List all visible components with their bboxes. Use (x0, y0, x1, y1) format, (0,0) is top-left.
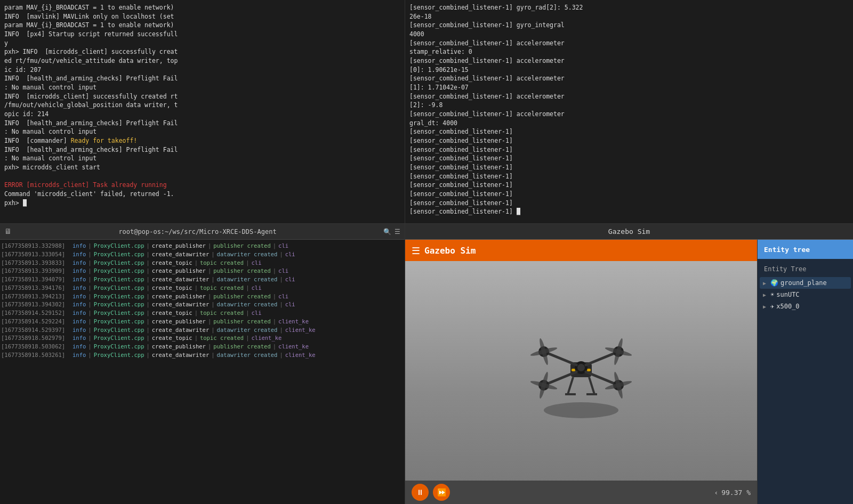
svg-point-5 (577, 364, 585, 371)
entity-label-ground-plane: ground_plane (780, 279, 827, 287)
tl-line-12: /fmu/out/vehicle_global_position data wr… (4, 101, 400, 110)
tl-line-11: INFO [microdds_client] successfully crea… (4, 92, 400, 101)
terminal-bottomleft: 🖥 root@pop-os:~/ws/src/Micro-XRCE-DDS-Ag… (0, 224, 405, 504)
tr-line-15: [sensor_combined_listener-1] (409, 127, 849, 136)
tr-line-19: [sensor_combined_listener-1] (409, 163, 849, 172)
tl-line-7: ed rt/fmu/out/vehicle_attitude data writ… (4, 56, 400, 66)
log-row-7: [1677358913.394213] info | ProxyClient.c… (0, 292, 405, 301)
tl-line-3: param MAV_{i}_BROADCAST = 1 to enable ne… (4, 21, 400, 30)
log-row-8: [1677358913.394302] info | ProxyClient.c… (0, 300, 405, 309)
tr-line-17: [sensor_combined_listener-1] (409, 145, 849, 155)
fast-forward-button[interactable]: ⏩ (433, 484, 450, 501)
log-row-2: [1677358913.333054] info | ProxyClient.c… (0, 250, 405, 259)
drone-icon: ✈ (770, 303, 774, 310)
search-icon[interactable]: 🔍 (383, 227, 391, 237)
tr-line-11: [sensor_combined_listener-1] acceleromet… (409, 92, 849, 101)
tl-line-22: Command 'microdds_client' failed, return… (4, 190, 400, 199)
svg-point-0 (544, 402, 618, 418)
tl-line-21: ERROR [microdds_client] Task already run… (4, 181, 400, 190)
terminal-path: root@pop-os:~/ws/src/Micro-XRCE-DDS-Agen… (118, 227, 276, 237)
gazebo-bottom-bar: ⏸ ⏩ ‹ 99.37 % (405, 481, 757, 504)
entity-tree-title: Entity tree (764, 246, 810, 254)
ground-plane-icon: 🌍 (770, 279, 778, 287)
tr-line-14: gral_dt: 4000 (409, 119, 849, 128)
tr-line-2: 26e-18 (409, 12, 849, 21)
tl-line-5: y (4, 39, 400, 48)
svg-line-23 (589, 377, 594, 394)
gazebo-scene[interactable] (405, 261, 757, 481)
entity-tree-label: Entity Tree (760, 263, 851, 277)
tr-line-13: [sensor_combined_listener-1] acceleromet… (409, 110, 849, 119)
tr-line-21: [sensor_combined_listener-1] (409, 181, 849, 190)
log-row-6: [1677358913.394176] info | ProxyClient.c… (0, 284, 405, 292)
log-row-14: [1677358918.503261] info | ProxyClient.c… (0, 351, 405, 360)
gazebo-toolbar: ☰ Gazebo Sim (405, 240, 757, 261)
log-row-10: [1677358914.529224] info | ProxyClient.c… (0, 318, 405, 326)
entity-arrow-icon-sun: ▶ (763, 292, 768, 298)
tl-line-9: INFO [health_and_arming_checks] Prefligh… (4, 74, 400, 83)
pause-button[interactable]: ⏸ (412, 484, 429, 501)
gazebo-controls: ⏸ ⏩ (412, 484, 450, 501)
tl-line-8: ic id: 207 (4, 66, 400, 75)
entity-tree-panel: Entity tree Entity Tree ▶ 🌍 ground_plane… (757, 240, 853, 504)
gazebo-panel: Gazebo Sim ☰ Gazebo Sim (405, 224, 853, 504)
log-row-1: [1677358913.332988] info | ProxyClient.c… (0, 242, 405, 250)
drone-container (506, 317, 656, 425)
hamburger-icon[interactable]: ☰ (412, 245, 420, 256)
tr-line-20: [sensor_combined_listener-1] (409, 172, 849, 181)
tr-line-1: [sensor_combined_listener-1] gyro_rad[2]… (409, 3, 849, 12)
terminal-icon: 🖥 (4, 226, 12, 237)
log-row-9: [1677358914.529152] info | ProxyClient.c… (0, 309, 405, 318)
tl-line-10: : No manual control input (4, 83, 400, 92)
log-row-5: [1677358913.394079] info | ProxyClient.c… (0, 275, 405, 284)
menu-icon[interactable]: ☰ (395, 227, 400, 237)
tr-line-5: [sensor_combined_listener-1] acceleromet… (409, 39, 849, 48)
entity-arrow-icon-x500: ▶ (763, 304, 768, 310)
zoom-level: 99.37 % (721, 489, 751, 497)
tr-line-12: [2]: -9.8 (409, 101, 849, 110)
svg-line-22 (568, 377, 573, 394)
tl-line-17: INFO [health_and_arming_checks] Prefligh… (4, 145, 400, 155)
drone-svg (506, 317, 656, 424)
tl-line-23: pxh> _ (4, 199, 400, 208)
gazebo-zoom: ‹ 99.37 % (714, 489, 751, 497)
tl-line-13: opic id: 214 (4, 110, 400, 119)
gazebo-body: ☰ Gazebo Sim (405, 240, 853, 504)
tr-line-22: [sensor_combined_listener-1] (409, 190, 849, 199)
gazebo-main: ☰ Gazebo Sim (405, 240, 757, 504)
zoom-arrow-icon: ‹ (714, 489, 718, 497)
entity-item-sun-utc[interactable]: ▶ ☀ sunUTC (760, 289, 851, 300)
tl-line-1: param MAV_{i}_BROADCAST = 1 to enable ne… (4, 3, 400, 12)
log-row-4: [1677358913.393909] info | ProxyClient.c… (0, 267, 405, 275)
title-icons: 🔍 ☰ (383, 227, 400, 237)
tr-line-23: [sensor_combined_listener-1] (409, 199, 849, 208)
tl-line-6: pxh> INFO [microdds_client] successfully… (4, 47, 400, 56)
gazebo-window-title: Gazebo Sim (608, 227, 650, 235)
tr-line-6: stamp_relative: 0 (409, 47, 849, 56)
tl-line-14: INFO [health_and_arming_checks] Prefligh… (4, 119, 400, 128)
entity-tree-body: Entity Tree ▶ 🌍 ground_plane ▶ ☀ sunUTC … (758, 259, 853, 316)
tl-line-4: INFO [px4] Startup script returned succe… (4, 30, 400, 39)
entity-label-sun-utc: sunUTC (776, 291, 799, 298)
entity-tree-header: Entity tree (758, 240, 853, 259)
main-layout: param MAV_{i}_BROADCAST = 1 to enable ne… (0, 0, 853, 504)
entity-arrow-icon: ▶ (763, 280, 768, 286)
log-row-13: [1677358918.503062] info | ProxyClient.c… (0, 343, 405, 351)
tl-line-15: : No manual control input (4, 127, 400, 136)
entity-item-x500[interactable]: ▶ ✈ x500_0 (760, 300, 851, 312)
tr-line-8: [0]: 1.90621e-15 (409, 66, 849, 75)
tl-line-18: : No manual control input (4, 154, 400, 163)
log-row-11: [1677358914.529397] info | ProxyClient.c… (0, 326, 405, 335)
entity-item-ground-plane[interactable]: ▶ 🌍 ground_plane (760, 277, 851, 289)
sun-icon: ☀ (770, 291, 774, 298)
tr-line-10: [1]: 1.71042e-07 (409, 83, 849, 92)
terminal-topleft: param MAV_{i}_BROADCAST = 1 to enable ne… (0, 0, 405, 224)
gazebo-toolbar-title: Gazebo Sim (424, 246, 476, 256)
log-row-3: [1677358913.393833] info | ProxyClient.c… (0, 259, 405, 267)
tl-line-2: INFO [mavlink] MAVLink only on localhost… (4, 12, 400, 21)
tl-line-16: INFO [commander] Ready for takeoff! (4, 136, 400, 145)
tr-line-18: [sensor_combined_listener-1] (409, 154, 849, 163)
tr-line-24: [sensor_combined_listener-1] _ (409, 207, 849, 216)
entity-label-x500: x500_0 (776, 303, 799, 310)
tr-line-16: [sensor_combined_listener-1] (409, 136, 849, 145)
